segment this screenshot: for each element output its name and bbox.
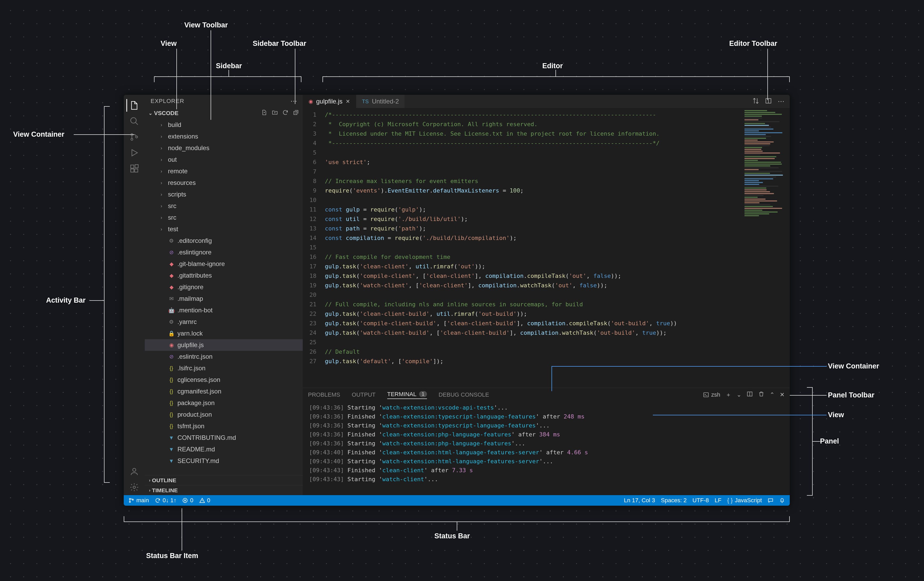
tree-file--mailmap[interactable]: ✉.mailmap bbox=[145, 293, 303, 305]
tree-file-package-json[interactable]: {}package.json bbox=[145, 397, 303, 409]
minimap[interactable] bbox=[742, 108, 790, 388]
activity-scm-icon[interactable] bbox=[126, 129, 142, 145]
tree-file-product-json[interactable]: {}product.json bbox=[145, 409, 303, 420]
tree-folder-src[interactable]: ›src bbox=[145, 200, 303, 212]
file-icon: {} bbox=[168, 377, 175, 383]
refresh-icon[interactable] bbox=[282, 109, 289, 117]
tree-file--git-blame-ignore[interactable]: ◆.git-blame-ignore bbox=[145, 258, 303, 270]
activity-search-icon[interactable] bbox=[126, 113, 142, 129]
tree-file--gitignore[interactable]: ◆.gitignore bbox=[145, 281, 303, 293]
file-icon: ▼ bbox=[168, 447, 175, 452]
terminal-output[interactable]: [09:43:36] Starting 'watch-extension:vsc… bbox=[303, 402, 790, 495]
tab-close-icon[interactable]: ✕ bbox=[346, 98, 350, 104]
panel-tab-problems[interactable]: PROBLEMS bbox=[308, 391, 340, 398]
tree-folder-extensions[interactable]: ›extensions bbox=[145, 131, 303, 142]
new-folder-icon[interactable] bbox=[272, 109, 278, 117]
tree-item-label: .mailmap bbox=[177, 295, 203, 302]
tree-file--lsifrc-json[interactable]: {}.lsifrc.json bbox=[145, 363, 303, 374]
tree-file-yarn-lock[interactable]: 🔒yarn.lock bbox=[145, 328, 303, 339]
tree-file--gitattributes[interactable]: ◆.gitattributes bbox=[145, 270, 303, 281]
panel-close-icon[interactable]: ✕ bbox=[780, 391, 784, 398]
sidebar-more-icon[interactable]: ⋯ bbox=[290, 97, 297, 105]
tree-file-contributing-md[interactable]: ▼CONTRIBUTING.md bbox=[145, 432, 303, 444]
status-encoding[interactable]: UTF-8 bbox=[692, 497, 709, 504]
status-branch-name: main bbox=[136, 497, 149, 504]
terminal-shell-select[interactable]: zsh bbox=[703, 391, 720, 398]
tree-file--mention-bot[interactable]: 🤖.mention-bot bbox=[145, 305, 303, 316]
status-bell-icon[interactable] bbox=[779, 498, 785, 503]
tree-folder-build[interactable]: ›build bbox=[145, 119, 303, 131]
terminal-split-icon[interactable] bbox=[747, 391, 753, 399]
activity-extensions-icon[interactable] bbox=[126, 161, 142, 177]
sidebar-section-header[interactable]: ⌄ VSCODE bbox=[145, 108, 303, 119]
file-tree: ›build›extensions›node_modules›out›remot… bbox=[145, 119, 303, 475]
sidebar-header: EXPLORER ⋯ bbox=[145, 95, 303, 108]
status-feedback-icon[interactable] bbox=[767, 498, 774, 503]
tree-item-label: out bbox=[168, 156, 177, 163]
panel-maximize-icon[interactable]: ⌃ bbox=[770, 391, 774, 398]
chevron-right-icon: › bbox=[160, 180, 165, 186]
svg-point-15 bbox=[129, 501, 130, 503]
line-gutter: 1234567891011121314151617181920212223242… bbox=[303, 108, 320, 388]
tree-item-label: product.json bbox=[177, 411, 212, 418]
tree-file-tsfmt-json[interactable]: {}tsfmt.json bbox=[145, 420, 303, 432]
editor-more-icon[interactable]: ⋯ bbox=[778, 98, 784, 106]
label-view-toolbar: View Toolbar bbox=[184, 21, 228, 29]
tree-item-label: node_modules bbox=[168, 144, 209, 152]
terminal-dropdown-icon[interactable]: ⌄ bbox=[737, 391, 741, 398]
tree-folder-remote[interactable]: ›remote bbox=[145, 166, 303, 177]
timeline-section[interactable]: ›TIMELINE bbox=[145, 485, 303, 495]
tree-file-cglicenses-json[interactable]: {}cglicenses.json bbox=[145, 374, 303, 386]
tree-folder-test[interactable]: ›test bbox=[145, 223, 303, 235]
tree-file--eslintignore[interactable]: ⊘.eslintignore bbox=[145, 247, 303, 258]
status-warnings[interactable]: 0 bbox=[199, 497, 210, 504]
tree-file-cgmanifest-json[interactable]: {}cgmanifest.json bbox=[145, 386, 303, 397]
terminal-new-icon[interactable]: ＋ bbox=[726, 391, 731, 399]
svg-point-3 bbox=[135, 136, 138, 138]
status-eol[interactable]: LF bbox=[715, 497, 721, 504]
tree-file-gulpfile-js[interactable]: ◉gulpfile.js bbox=[145, 339, 303, 351]
panel-tab-output[interactable]: OUTPUT bbox=[352, 391, 375, 398]
status-sync[interactable]: 0↓ 1↑ bbox=[155, 497, 177, 504]
status-language[interactable]: { }JavaScript bbox=[727, 497, 762, 504]
file-icon: {} bbox=[168, 365, 175, 371]
editor-tab-gulpfile-js[interactable]: ◉gulpfile.js✕ bbox=[303, 95, 356, 108]
panel-tab-debug[interactable]: DEBUG CONSOLE bbox=[439, 391, 489, 398]
editor-tab-untitled-2[interactable]: TSUntitled-2 bbox=[356, 95, 405, 108]
chevron-right-icon: › bbox=[160, 122, 165, 128]
tree-folder-node-modules[interactable]: ›node_modules bbox=[145, 142, 303, 154]
tree-file--editorconfig[interactable]: ⚙.editorconfig bbox=[145, 235, 303, 247]
terminal-count-badge: 1 bbox=[419, 391, 427, 397]
tree-file-security-md[interactable]: ▼SECURITY.md bbox=[145, 455, 303, 467]
tree-folder-scripts[interactable]: ›scripts bbox=[145, 189, 303, 200]
activity-explorer-icon[interactable] bbox=[126, 98, 142, 113]
file-icon: ⊘ bbox=[168, 353, 175, 360]
activity-debug-icon[interactable] bbox=[126, 145, 142, 161]
activity-settings-icon[interactable] bbox=[126, 479, 142, 495]
tree-file--yarnrc[interactable]: ⚙.yarnrc bbox=[145, 316, 303, 328]
code-content[interactable]: /*--------------------------------------… bbox=[320, 108, 742, 388]
editor-body[interactable]: 1234567891011121314151617181920212223242… bbox=[303, 108, 790, 388]
outline-section[interactable]: ›OUTLINE bbox=[145, 475, 303, 485]
panel: PROBLEMS OUTPUT TERMINAL1 DEBUG CONSOLE … bbox=[303, 388, 790, 495]
activity-account-icon[interactable] bbox=[126, 463, 142, 479]
tree-file-readme-md[interactable]: ▼README.md bbox=[145, 444, 303, 455]
status-errors[interactable]: 0 bbox=[182, 497, 193, 504]
status-error-count: 0 bbox=[190, 497, 193, 504]
tree-item-label: .yarnrc bbox=[177, 318, 196, 326]
status-branch[interactable]: main bbox=[129, 497, 149, 504]
tree-folder-resources[interactable]: ›resources bbox=[145, 177, 303, 189]
split-editor-icon[interactable] bbox=[765, 98, 772, 105]
file-icon: ⊘ bbox=[168, 249, 175, 255]
tree-file--eslintrc-json[interactable]: ⊘.eslintrc.json bbox=[145, 351, 303, 363]
panel-tab-terminal[interactable]: TERMINAL1 bbox=[387, 391, 427, 399]
new-file-icon[interactable] bbox=[261, 109, 267, 117]
status-spaces[interactable]: Spaces: 2 bbox=[661, 497, 687, 504]
tree-folder-src[interactable]: ›src bbox=[145, 212, 303, 223]
collapse-all-icon[interactable] bbox=[293, 109, 299, 117]
compare-icon[interactable] bbox=[752, 98, 759, 105]
terminal-kill-icon[interactable] bbox=[758, 391, 764, 399]
status-position[interactable]: Ln 17, Col 3 bbox=[624, 497, 655, 504]
tree-item-label: .lsifrc.json bbox=[177, 364, 206, 372]
tree-folder-out[interactable]: ›out bbox=[145, 154, 303, 166]
